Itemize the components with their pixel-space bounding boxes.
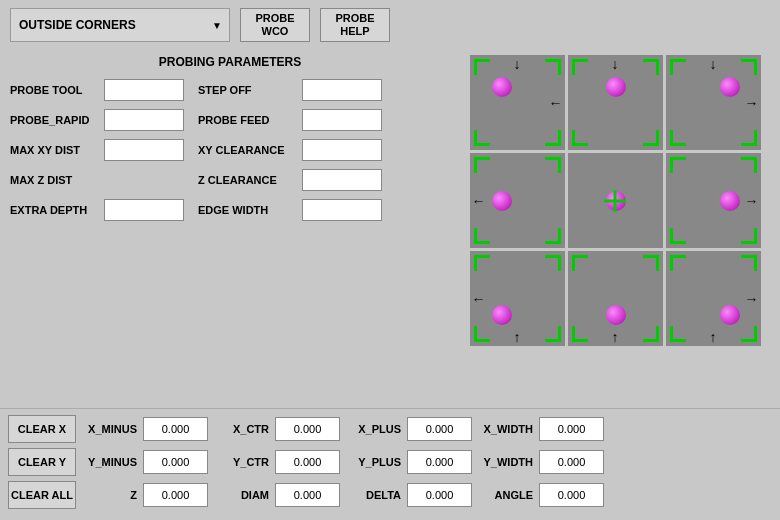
- x-plus-input[interactable]: [407, 417, 472, 441]
- x-ctr-input[interactable]: [275, 417, 340, 441]
- probe-wco-button[interactable]: PROBEWCO: [240, 8, 310, 42]
- corner-tl-2: [670, 59, 686, 75]
- x-ctr-label: X_CTR: [214, 423, 269, 435]
- y-width-input[interactable]: [539, 450, 604, 474]
- y-plus-input[interactable]: [407, 450, 472, 474]
- clear-all-button[interactable]: CLEAR ALL: [8, 481, 76, 509]
- corner-bl-7: [572, 326, 588, 342]
- corner-tr-2: [741, 59, 757, 75]
- corner-tr-7: [643, 255, 659, 271]
- bottom-row-z: CLEAR ALL Z DIAM DELTA ANGLE: [8, 481, 772, 509]
- z-input[interactable]: [143, 483, 208, 507]
- probe-help-button[interactable]: PROBEHELP: [320, 8, 390, 42]
- x-plus-label: X_PLUS: [346, 423, 401, 435]
- step-off-label: STEP OFF: [198, 84, 298, 96]
- arrow-bottom-8: ↑: [710, 330, 717, 344]
- delta-label: DELTA: [346, 489, 401, 501]
- corner-br-0: [545, 130, 561, 146]
- probe-tool-input[interactable]: [104, 79, 184, 101]
- clear-x-button[interactable]: CLEAR X: [8, 415, 76, 443]
- left-panel: PROBING PARAMETERS PROBE TOOL STEP OFF P…: [10, 50, 460, 408]
- max-xy-dist-label: MAX XY DIST: [10, 144, 100, 156]
- corner-tl-8: [670, 255, 686, 271]
- corner-type-dropdown[interactable]: OUTSIDE CORNERS INSIDE CORNERS BOSS POCK…: [10, 8, 230, 42]
- probe-grid: ↓ ← ↓: [470, 55, 761, 346]
- corner-tr-6: [545, 255, 561, 271]
- corner-tl-6: [474, 255, 490, 271]
- arrow-top-2: ↓: [710, 57, 717, 71]
- grid-cell-6: ↑ ←: [470, 251, 565, 346]
- extra-depth-input[interactable]: [104, 199, 184, 221]
- corner-tr-3: [545, 157, 561, 173]
- bottom-section: CLEAR X X_MINUS X_CTR X_PLUS X_WIDTH CLE…: [0, 408, 780, 520]
- grid-cell-7: ↑: [568, 251, 663, 346]
- corner-tl-0: [474, 59, 490, 75]
- corner-bl-2: [670, 130, 686, 146]
- angle-input[interactable]: [539, 483, 604, 507]
- clear-y-button[interactable]: CLEAR Y: [8, 448, 76, 476]
- edge-width-label: EDGE WIDTH: [198, 204, 298, 216]
- corner-tr-0: [545, 59, 561, 75]
- probe-ball-7: [606, 305, 626, 325]
- corner-bl-1: [572, 130, 588, 146]
- arrow-top-0: ↓: [514, 57, 521, 71]
- probe-feed-label: PROBE FEED: [198, 114, 298, 126]
- arrow-bottom-7: ↑: [612, 330, 619, 344]
- corner-br-1: [643, 130, 659, 146]
- z-label: Z: [82, 489, 137, 501]
- y-width-label: Y_WIDTH: [478, 456, 533, 468]
- xy-clearance-input[interactable]: [302, 139, 382, 161]
- max-xy-dist-input[interactable]: [104, 139, 184, 161]
- xy-clearance-label: XY CLEARANCE: [198, 144, 298, 156]
- corner-tr-1: [643, 59, 659, 75]
- corner-bl-0: [474, 130, 490, 146]
- probe-ball-1: [606, 77, 626, 97]
- z-clearance-label: Z CLEARANCE: [198, 174, 298, 186]
- x-width-input[interactable]: [539, 417, 604, 441]
- corner-bl-3: [474, 228, 490, 244]
- param-row-5: EXTRA DEPTH EDGE WIDTH: [10, 199, 450, 221]
- y-minus-input[interactable]: [143, 450, 208, 474]
- corner-br-5: [741, 228, 757, 244]
- probe-rapid-input[interactable]: [104, 109, 184, 131]
- corner-bl-6: [474, 326, 490, 342]
- grid-cell-8: ↑ →: [666, 251, 761, 346]
- param-row-1: PROBE TOOL STEP OFF: [10, 79, 450, 101]
- param-row-4: MAX Z DIST Z CLEARANCE: [10, 169, 450, 191]
- params-title: PROBING PARAMETERS: [10, 55, 450, 69]
- edge-width-input[interactable]: [302, 199, 382, 221]
- bottom-row-y: CLEAR Y Y_MINUS Y_CTR Y_PLUS Y_WIDTH: [8, 448, 772, 476]
- bottom-row-x: CLEAR X X_MINUS X_CTR X_PLUS X_WIDTH: [8, 415, 772, 443]
- arrow-right-0: ←: [549, 96, 563, 110]
- crosshair-4: [604, 190, 626, 212]
- dropdown-wrapper: OUTSIDE CORNERS INSIDE CORNERS BOSS POCK…: [10, 8, 230, 42]
- probe-rapid-label: PROBE_RAPID: [10, 114, 100, 126]
- step-off-input[interactable]: [302, 79, 382, 101]
- max-z-dist-label: MAX Z DIST: [10, 174, 100, 186]
- corner-br-8: [741, 326, 757, 342]
- probe-ball-5: [720, 191, 740, 211]
- z-clearance-input[interactable]: [302, 169, 382, 191]
- grid-cell-2: ↓ →: [666, 55, 761, 150]
- delta-input[interactable]: [407, 483, 472, 507]
- corner-br-6: [545, 326, 561, 342]
- diam-input[interactable]: [275, 483, 340, 507]
- angle-label: ANGLE: [478, 489, 533, 501]
- grid-cell-1: ↓: [568, 55, 663, 150]
- arrow-right-5: →: [745, 194, 759, 208]
- grid-cell-4: [568, 153, 663, 248]
- extra-depth-label: EXTRA DEPTH: [10, 204, 100, 216]
- x-minus-input[interactable]: [143, 417, 208, 441]
- corner-tl-1: [572, 59, 588, 75]
- right-panel: ↓ ← ↓: [460, 50, 770, 408]
- probe-feed-input[interactable]: [302, 109, 382, 131]
- probe-ball-6: [492, 305, 512, 325]
- probe-ball-8: [720, 305, 740, 325]
- top-bar: OUTSIDE CORNERS INSIDE CORNERS BOSS POCK…: [0, 0, 780, 50]
- param-row-2: PROBE_RAPID PROBE FEED: [10, 109, 450, 131]
- probe-ball-2: [720, 77, 740, 97]
- probe-tool-label: PROBE TOOL: [10, 84, 100, 96]
- y-ctr-input[interactable]: [275, 450, 340, 474]
- corner-bl-5: [670, 228, 686, 244]
- corner-tr-8: [741, 255, 757, 271]
